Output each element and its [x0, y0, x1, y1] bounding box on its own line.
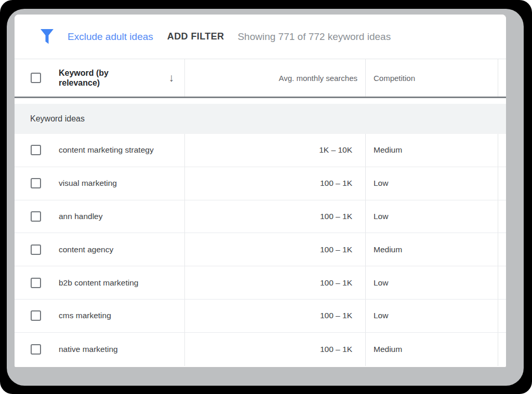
results-count-text: Showing 771 of 772 keyword ideas [237, 31, 391, 43]
table-row: b2b content marketing 100 – 1K Low [15, 266, 506, 300]
table-header-row: Keyword (by relevance) ↓ Avg. monthly se… [15, 59, 506, 98]
keyword-planner-card: Exclude adult ideas ADD FILTER Showing 7… [15, 15, 506, 367]
table-row: native marketing 100 – 1K Medium [15, 333, 506, 366]
searches-header-cell: Avg. monthly searches [184, 59, 365, 97]
row-checkbox[interactable] [31, 178, 41, 188]
competition-cell: Low [374, 278, 388, 288]
searches-column-header[interactable]: Avg. monthly searches [279, 74, 357, 83]
competition-column-header[interactable]: Competition [374, 74, 415, 83]
keyword-header-cell: Keyword (by relevance) ↓ [15, 59, 184, 97]
searches-cell: 100 – 1K [320, 245, 352, 254]
header-band-gap [15, 98, 506, 104]
competition-cell: Low [374, 311, 388, 320]
keyword-cell[interactable]: content agency [59, 245, 113, 254]
keyword-cell[interactable]: cms marketing [59, 311, 111, 320]
table-row: cms marketing 100 – 1K Low [15, 300, 506, 333]
keyword-cell[interactable]: native marketing [59, 345, 118, 354]
row-checkbox[interactable] [31, 310, 41, 321]
searches-cell: 100 – 1K [320, 212, 352, 221]
row-checkbox[interactable] [31, 211, 41, 222]
row-checkbox[interactable] [31, 278, 41, 288]
table-row: ann handley 100 – 1K Low [15, 200, 506, 234]
row-checkbox[interactable] [31, 145, 41, 155]
filter-toolbar: Exclude adult ideas ADD FILTER Showing 7… [15, 15, 506, 59]
select-all-checkbox[interactable] [31, 73, 41, 83]
exclude-adult-ideas-link[interactable]: Exclude adult ideas [68, 31, 153, 43]
keyword-cell[interactable]: visual marketing [59, 179, 117, 188]
extra-column-sliver [498, 59, 506, 97]
competition-cell: Low [374, 212, 388, 221]
filter-funnel-icon[interactable] [41, 29, 54, 44]
competition-cell: Low [374, 179, 388, 188]
sort-descending-icon[interactable]: ↓ [169, 72, 175, 84]
table-row: visual marketing 100 – 1K Low [15, 167, 506, 200]
competition-cell: Medium [374, 345, 402, 354]
competition-header-cell: Competition [365, 59, 498, 97]
keyword-ideas-section-header: Keyword ideas [15, 104, 506, 134]
searches-cell: 100 – 1K [320, 345, 352, 354]
row-checkbox[interactable] [31, 244, 41, 255]
table-row: content agency 100 – 1K Medium [15, 233, 506, 266]
keyword-cell[interactable]: content marketing strategy [59, 145, 154, 155]
searches-cell: 100 – 1K [320, 278, 352, 288]
section-label: Keyword ideas [30, 114, 85, 124]
keyword-cell[interactable]: ann handley [59, 212, 102, 221]
searches-cell: 100 – 1K [320, 311, 352, 320]
row-checkbox[interactable] [31, 344, 41, 355]
screenshot-stage: Exclude adult ideas ADD FILTER Showing 7… [0, 0, 532, 394]
add-filter-button[interactable]: ADD FILTER [167, 31, 224, 42]
searches-cell: 1K – 10K [319, 145, 352, 155]
keyword-column-header[interactable]: Keyword (by relevance) [59, 68, 121, 88]
table-row: content marketing strategy 1K – 10K Medi… [15, 134, 506, 167]
keyword-cell[interactable]: b2b content marketing [59, 278, 138, 288]
searches-cell: 100 – 1K [320, 179, 352, 188]
competition-cell: Medium [374, 145, 402, 155]
competition-cell: Medium [374, 245, 402, 254]
